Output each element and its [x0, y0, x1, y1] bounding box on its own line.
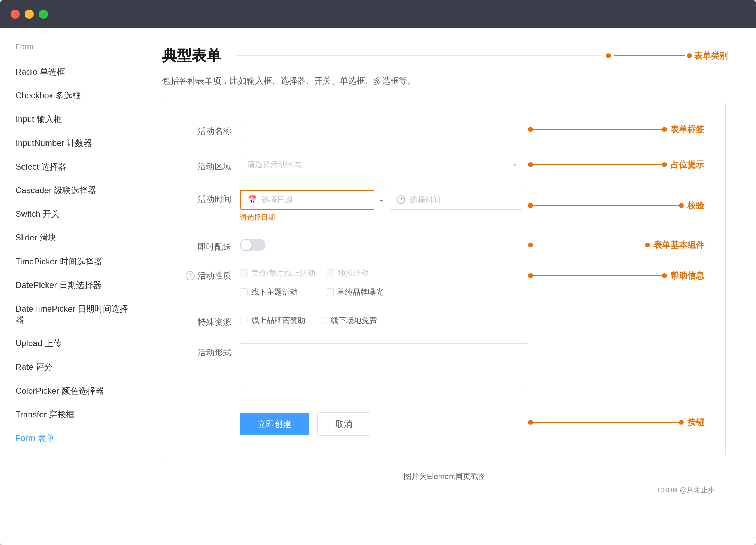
time-picker-input[interactable]: 🕐 选择时间	[389, 190, 522, 210]
annotation-validation: 校验	[687, 200, 704, 211]
sidebar-item-colorpicker[interactable]: ColorPicker 颜色选择器	[14, 379, 134, 403]
cancel-button[interactable]: 取消	[317, 412, 370, 436]
activity-form-textarea[interactable]	[240, 343, 528, 392]
placeholder-ann-dot2	[662, 162, 667, 167]
maximize-button[interactable]	[39, 10, 48, 19]
activity-name-control	[240, 120, 522, 139]
radio-online-brand[interactable]: 线上品牌商赞助	[240, 315, 305, 326]
sidebar-item-form[interactable]: Form 表单	[14, 426, 134, 450]
calendar-icon: 📅	[248, 195, 257, 204]
footer-text: 图片为Element网页截图	[162, 457, 728, 485]
instant-delivery-control	[240, 239, 522, 251]
instant-delivery-label: 即时配送	[184, 238, 240, 252]
checkbox-row2: 线下主题活动 单纯品牌曝光	[240, 287, 522, 298]
form-label-ann-dot2	[662, 127, 667, 132]
titlebar	[0, 0, 756, 28]
help-info-ann-dot1	[528, 273, 533, 278]
annotation-basic-component: 表单基本组件	[653, 239, 704, 251]
activity-form-label: 活动形式	[184, 343, 240, 358]
radio-circle-online-brand	[240, 317, 248, 324]
title-annotation-dot	[606, 53, 611, 58]
activity-zone-select[interactable]: 请选择活动区域 ▾	[240, 155, 522, 174]
special-resources-label: 特殊资源	[184, 313, 240, 328]
activity-zone-placeholder: 请选择活动区域	[247, 159, 302, 170]
sidebar: Form Radio 单选框 Checkbox 多选框 Input 输入框 In…	[0, 28, 134, 545]
sidebar-item-datepicker[interactable]: DatePicker 日期选择器	[14, 273, 134, 297]
checkbox-ground-push[interactable]: 地推活动	[327, 268, 369, 278]
sidebar-item-upload[interactable]: Upload 上传	[14, 331, 134, 355]
radio-label-online-brand: 线上品牌商赞助	[251, 315, 305, 326]
picker-separator: -	[380, 195, 383, 204]
checkbox-box-offline-theme	[240, 288, 248, 296]
checkbox-brand-exposure[interactable]: 单纯品牌曝光	[326, 287, 384, 298]
form-label-ann-dot1	[528, 127, 533, 132]
validation-ann-dot2	[679, 203, 684, 208]
buttons-spacer	[184, 421, 240, 424]
validation-ann-dot1	[528, 203, 533, 208]
select-arrow-icon: ▾	[513, 161, 516, 169]
page-title: 典型表单	[162, 46, 221, 66]
title-annotation-dot2	[687, 53, 692, 58]
clock-icon: 🕐	[396, 195, 405, 204]
help-icon[interactable]: ?	[186, 271, 195, 280]
sidebar-item-input[interactable]: Input 输入框	[14, 107, 134, 131]
time-placeholder: 选择时间	[410, 195, 441, 205]
checkbox-restaurant[interactable]: 美食/餐厅线上活动	[240, 268, 315, 278]
sidebar-item-transfer[interactable]: Transfer 穿梭框	[14, 403, 134, 426]
footer-credit: CSDN @从未止步...	[162, 485, 728, 495]
activity-time-control: 📅 选择日期 - 🕐 选择时间 请选择日期	[240, 190, 522, 222]
sidebar-item-slider[interactable]: Slider 滑块	[14, 226, 134, 249]
annotation-button: 按钮	[687, 417, 704, 428]
basic-component-ann-dot2	[645, 243, 650, 247]
basic-component-ann-dot1	[528, 243, 533, 247]
checkbox-label-ground-push: 地推活动	[338, 268, 369, 278]
activity-zone-control: 请选择活动区域 ▾	[240, 155, 522, 174]
button-ann-dot1	[528, 420, 533, 425]
sidebar-item-switch[interactable]: Switch 开关	[14, 202, 134, 226]
sidebar-item-rate[interactable]: Rate 评分	[14, 355, 134, 379]
annotation-help-info: 帮助信息	[670, 270, 704, 281]
close-button[interactable]	[11, 10, 20, 19]
minimize-button[interactable]	[25, 10, 34, 19]
sidebar-item-select[interactable]: Select 选择器	[14, 155, 134, 178]
radio-group: 线上品牌商赞助 线下场地免费	[240, 315, 528, 326]
special-resources-control: 线上品牌商赞助 线下场地免费	[240, 315, 528, 326]
page-subtitle: 包括各种表单项，比如输入框、选择器、开关、单选框、多选框等。	[162, 74, 728, 87]
form-card: 活动名称 表单标签 活动区	[162, 102, 726, 457]
radio-circle-offline-venue	[320, 317, 327, 324]
activity-time-label: 活动时间	[184, 190, 240, 205]
sidebar-item-inputnumber[interactable]: InputNumber 计数器	[14, 131, 134, 155]
sidebar-item-checkbox[interactable]: Checkbox 多选框	[14, 84, 134, 107]
sidebar-item-datetimepicker[interactable]: DateTimePicker 日期时间选择器	[14, 297, 134, 331]
picker-group: 📅 选择日期 - 🕐 选择时间	[240, 190, 522, 210]
checkbox-label-offline-theme: 线下主题活动	[251, 287, 298, 298]
checkbox-offline-theme[interactable]: 线下主题活动	[240, 287, 298, 298]
instant-delivery-switch[interactable]	[240, 239, 265, 251]
switch-knob	[241, 240, 252, 250]
checkbox-box-ground-push	[327, 269, 334, 277]
annotation-form-type: 表单类别	[694, 50, 728, 61]
buttons-control: 立即创建 取消	[240, 409, 522, 436]
main-content: 典型表单 表单类别 包括各种表单项，比如输入框、选择器、开关、单选框、多选框等。…	[134, 28, 756, 545]
activity-name-label: 活动名称	[184, 122, 240, 137]
sidebar-item-radio[interactable]: Radio 单选框	[14, 60, 134, 84]
sidebar-item-timepicker[interactable]: TimePicker 时间选择器	[14, 250, 134, 273]
radio-offline-venue[interactable]: 线下场地免费	[320, 315, 377, 326]
date-picker-input[interactable]: 📅 选择日期	[240, 190, 374, 210]
sidebar-item-cascader[interactable]: Cascader 级联选择器	[14, 178, 134, 202]
sidebar-section-label: Form	[14, 42, 134, 51]
button-ann-dot2	[679, 420, 684, 425]
help-info-ann-dot2	[662, 273, 667, 278]
checkbox-box-restaurant	[240, 269, 248, 277]
submit-button[interactable]: 立即创建	[240, 413, 309, 435]
activity-nature-control: 美食/餐厅线上活动 地推活动 线下主题活动	[240, 268, 522, 298]
annotation-form-label: 表单标签	[670, 124, 704, 135]
validation-message: 请选择日期	[240, 213, 522, 222]
activity-form-control	[240, 343, 528, 393]
activity-zone-label: 活动区域	[184, 157, 240, 172]
activity-nature-label: ? 活动性质	[184, 268, 240, 281]
radio-label-offline-venue: 线下场地免费	[331, 315, 377, 326]
btn-row: 立即创建 取消	[240, 412, 522, 436]
activity-name-input[interactable]	[240, 120, 522, 139]
annotation-placeholder: 占位提示	[670, 159, 704, 170]
